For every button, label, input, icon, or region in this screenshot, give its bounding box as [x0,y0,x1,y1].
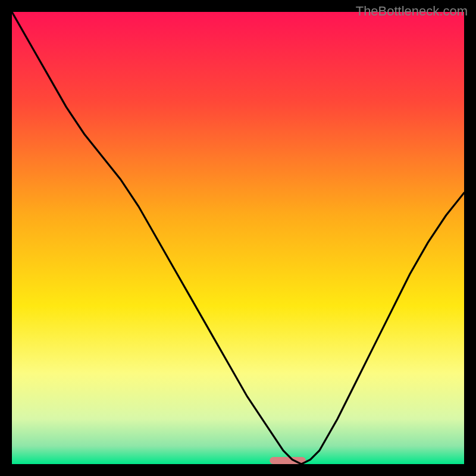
watermark-text: TheBottleneck.com [356,4,468,19]
gradient-background [12,12,464,464]
chart-frame: TheBottleneck.com [0,0,476,476]
bottleneck-chart [12,12,464,464]
plot-area [12,12,464,464]
